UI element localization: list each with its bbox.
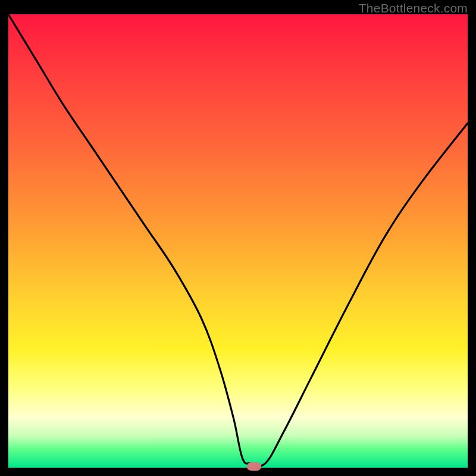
chart-frame [8, 14, 468, 468]
bottleneck-curve [8, 14, 468, 468]
optimum-marker [247, 462, 261, 471]
watermark-text: TheBottleneck.com [359, 1, 468, 15]
